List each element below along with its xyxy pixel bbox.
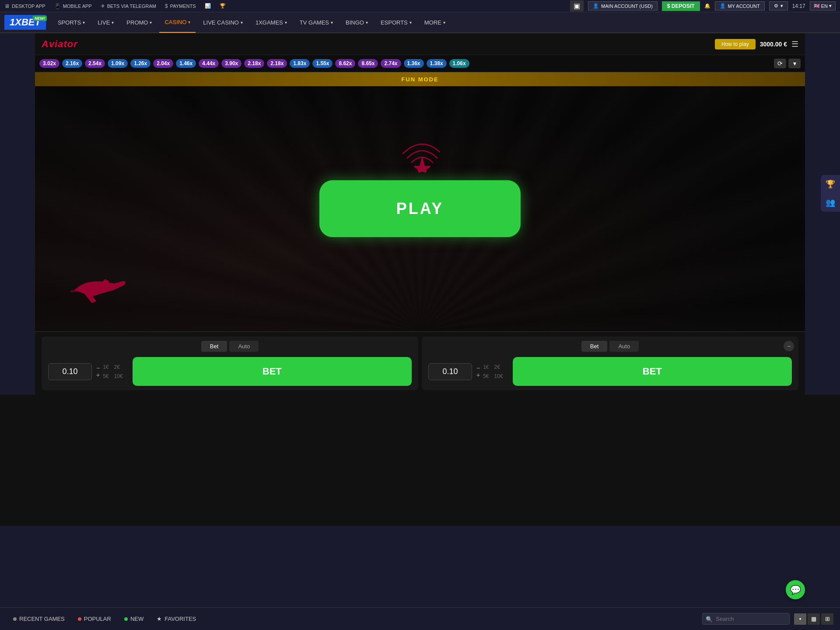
my-account-btn[interactable]: 👤 MY ACCOUNT [715,1,765,10]
grid-1col-btn[interactable]: ▪ [794,613,806,625]
trophy-icon: 🏆 [220,3,226,9]
quick-1e-btn-1[interactable]: 1€ [102,363,109,371]
search-wrapper: 🔍 [702,613,790,625]
nav-1xgames[interactable]: 1XGAMES ▾ [250,12,292,33]
nav-esports[interactable]: ESPORTS ▾ [375,12,417,33]
qr-code-btn[interactable]: ▣ [570,0,584,11]
bet-tab-1[interactable]: Bet [201,341,228,352]
multiplier-badge[interactable]: 4.44x [199,59,219,68]
nav-promo[interactable]: PROMO ▾ [121,12,157,33]
multiplier-badge[interactable]: 2.54x [85,59,105,68]
mobile-app-btn[interactable]: 📱 MOBILE APP [54,3,92,9]
notification-btn[interactable]: 🔔 [704,3,710,9]
mobile-icon: 📱 [54,3,61,9]
menu-icon[interactable]: ☰ [791,39,798,49]
aviator-header: Aviator How to play 3000.00 € ☰ [35,33,805,55]
quick-5e-btn-2[interactable]: 5€ [482,372,490,380]
bottom-section [0,395,840,526]
language-btn[interactable]: 🇬🇧 EN ▾ [810,1,836,10]
bet-panel-2: − Bet Auto − + 1€ 2€ 5€ 10 [422,336,798,390]
nav-bingo[interactable]: BINGO ▾ [340,12,373,33]
payments-btn[interactable]: $ PAYMENTS [165,3,196,9]
nav-live-casino[interactable]: LIVE CASINO ▾ [198,12,248,33]
grid-3col-btn[interactable]: ⊞ [821,613,833,625]
multiplier-badge[interactable]: 1.06x [449,59,469,68]
settings-btn[interactable]: ⚙ ▾ [769,1,788,10]
history-btn[interactable]: ⟳ [774,59,786,68]
account-display[interactable]: 👤 MAIN ACCOUNT (USD) [588,1,658,10]
panel-close-btn[interactable]: − [784,341,794,351]
chevron-down-icon: ▾ [410,20,412,25]
quick-2e-btn-2[interactable]: 2€ [494,363,501,371]
bet-controls-2: − + 1€ 2€ 5€ 10€ BET [428,357,792,386]
quick-2e-btn-1[interactable]: 2€ [113,363,121,371]
multiplier-badge[interactable]: 3.90x [221,59,242,68]
amount-decrease-btn-1[interactable]: − [96,365,100,371]
search-icon: 🔍 [706,616,713,622]
chevron-down-icon: ▾ [188,20,190,24]
trophy-panel-btn[interactable]: 🏆 [821,175,840,193]
favorites-btn[interactable]: ★ FAVORITES [150,616,203,622]
quick-1e-btn-2[interactable]: 1€ [482,363,490,371]
deposit-btn[interactable]: $ DEPOSIT [662,1,700,11]
amount-increase-btn-1[interactable]: + [96,372,100,378]
nav-more[interactable]: MORE ▾ [419,12,451,33]
popular-dot [78,617,81,621]
bet-action-btn-1[interactable]: BET [133,357,412,386]
multiplier-badge[interactable]: 3.02x [39,59,60,68]
multiplier-badge[interactable]: 2.16x [62,59,82,68]
nav-sports[interactable]: SPORTS ▾ [52,12,90,33]
leaderboard-panel-btn[interactable]: 👥 [821,193,840,212]
multiplier-badge[interactable]: 2.04x [153,59,173,68]
multiplier-badge[interactable]: 1.36x [404,59,424,68]
grid-2col-btn[interactable]: ▦ [808,613,820,625]
expand-btn[interactable]: ▾ [788,59,801,68]
multiplier-controls: ⟳ ▾ [774,59,801,68]
new-games-btn[interactable]: NEW [118,616,150,622]
quick-10e-btn-2[interactable]: 10€ [494,372,504,380]
gear-icon: ⚙ [774,3,778,9]
multiplier-badge[interactable]: 1.26x [130,59,150,68]
multiplier-badge[interactable]: 2.74x [381,59,401,68]
nav-tv-games[interactable]: TV GAMES ▾ [294,12,338,33]
multiplier-badge[interactable]: 8.62x [335,59,355,68]
multiplier-badge[interactable]: 8.65x [358,59,378,68]
telegram-bets-btn[interactable]: ✈ BETS VIA TELEGRAM [101,3,156,9]
nav-live[interactable]: LIVE ▾ [92,12,119,33]
play-btn[interactable]: PLAY [319,180,521,237]
chat-bubble-btn[interactable]: 💬 [786,580,805,599]
amount-input-2[interactable] [428,363,472,380]
amount-increment-btns-2: − + [476,365,480,378]
popular-btn[interactable]: POPULAR [71,616,118,622]
plane-icon [70,268,127,303]
nav-casino[interactable]: CASINO ▾ [159,12,196,33]
multiplier-badge[interactable]: 1.38x [427,59,447,68]
recent-games-btn[interactable]: RECENT GAMES [7,616,71,622]
multiplier-badge[interactable]: 1.46x [176,59,196,68]
bet-action-btn-2[interactable]: BET [513,357,792,386]
multiplier-badge[interactable]: 1.09x [108,59,128,68]
stats-btn[interactable]: 📊 [205,3,211,9]
auto-tab-2[interactable]: Auto [609,341,639,352]
multiplier-badge[interactable]: 1.55x [312,59,332,68]
amount-increase-btn-2[interactable]: + [476,372,480,378]
footer-nav: RECENT GAMES POPULAR NEW ★ FAVORITES 🔍 ▪… [0,607,840,630]
multiplier-badge[interactable]: 1.83x [290,59,310,68]
quick-10e-btn-1[interactable]: 10€ [113,372,124,380]
amount-input-1[interactable] [48,363,92,380]
chevron-down-icon: ▾ [83,20,85,25]
logo[interactable]: 1XBET NEW! [4,15,46,30]
top-bar: 🖥 DESKTOP APP 📱 MOBILE APP ✈ BETS VIA TE… [0,0,840,12]
quick-5e-btn-1[interactable]: 5€ [102,372,109,380]
bet-tab-2[interactable]: Bet [581,341,608,352]
trophy-btn[interactable]: 🏆 [220,3,226,9]
auto-tab-1[interactable]: Auto [229,341,259,352]
how-to-play-btn[interactable]: How to play [715,39,756,49]
search-input[interactable] [702,613,790,625]
multiplier-badge[interactable]: 2.18x [267,59,287,68]
multiplier-badge[interactable]: 2.18x [244,59,264,68]
amount-decrease-btn-2[interactable]: − [476,365,480,371]
chevron-down-icon: ▾ [150,20,152,25]
desktop-app-btn[interactable]: 🖥 DESKTOP APP [4,3,46,9]
multiplier-bar: 3.02x 2.16x 2.54x 1.09x 1.26x 2.04x 1.46… [35,55,805,72]
